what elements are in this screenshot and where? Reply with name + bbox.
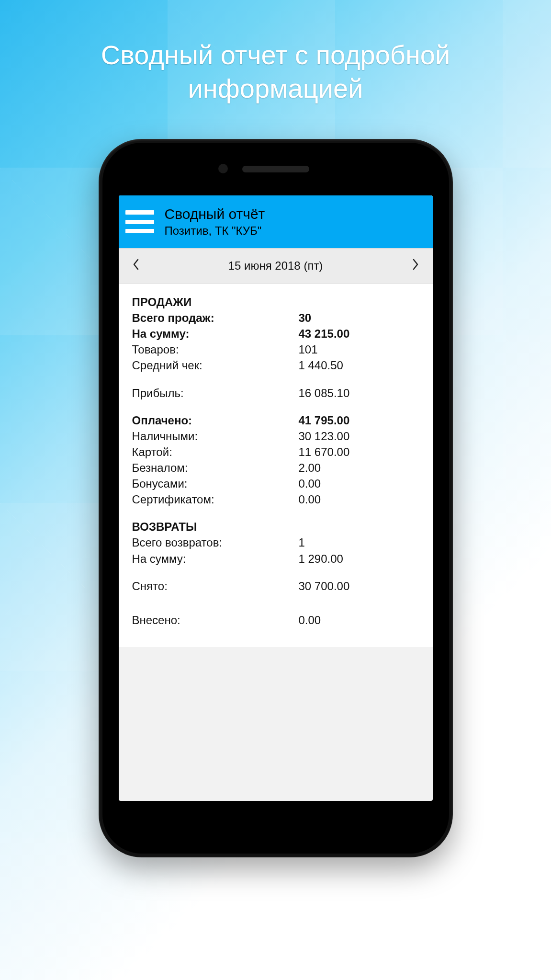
- returns-amount-label: На сумму:: [132, 551, 299, 567]
- total-sales-value: 30: [299, 310, 419, 326]
- phone-speaker: [242, 166, 309, 172]
- profit-label: Прибыль:: [132, 385, 299, 401]
- bonus-label: Бонусами:: [132, 476, 299, 491]
- card-value: 11 670.00: [299, 444, 419, 460]
- page-subtitle: Позитив, ТК "КУБ": [165, 224, 265, 238]
- appbar-titles: Сводный отчёт Позитив, ТК "КУБ": [165, 206, 265, 238]
- cert-value: 0.00: [299, 491, 419, 507]
- card-label: Картой:: [132, 444, 299, 460]
- cash-value: 30 123.00: [299, 428, 419, 444]
- sales-amount-value: 43 215.00: [299, 326, 419, 342]
- report-body: ПРОДАЖИ Всего продаж: 30 На сумму: 43 21…: [119, 284, 433, 647]
- paid-label: Оплачено:: [132, 412, 299, 428]
- current-date[interactable]: 15 июня 2018 (пт): [228, 259, 323, 273]
- bonus-value: 0.00: [299, 476, 419, 491]
- phone-camera: [218, 164, 228, 173]
- cert-label: Сертификатом:: [132, 491, 299, 507]
- promo-title-line1: Сводный отчет с подробной: [101, 40, 450, 70]
- app-screen: Сводный отчёт Позитив, ТК "КУБ" 15 июня …: [119, 195, 433, 801]
- page-title: Сводный отчёт: [165, 206, 265, 222]
- prev-day-button[interactable]: [126, 258, 146, 273]
- withdrawn-value: 30 700.00: [299, 578, 419, 594]
- wire-value: 2.00: [299, 460, 419, 476]
- returns-header: ВОЗВРАТЫ: [132, 519, 419, 535]
- profit-value: 16 085.10: [299, 385, 419, 401]
- wire-label: Безналом:: [132, 460, 299, 476]
- items-value: 101: [299, 342, 419, 357]
- avg-check-value: 1 440.50: [299, 357, 419, 373]
- sales-header: ПРОДАЖИ: [132, 294, 419, 310]
- avg-check-label: Средний чек:: [132, 357, 299, 373]
- next-day-button[interactable]: [406, 258, 425, 273]
- promo-title: Сводный отчет с подробной информацией: [0, 0, 551, 105]
- deposited-value: 0.00: [299, 612, 419, 628]
- withdrawn-label: Снято:: [132, 578, 299, 594]
- phone-frame: Сводный отчёт Позитив, ТК "КУБ" 15 июня …: [99, 139, 453, 857]
- menu-icon[interactable]: [125, 210, 154, 233]
- deposited-label: Внесено:: [132, 612, 299, 628]
- date-nav: 15 июня 2018 (пт): [119, 248, 433, 284]
- returns-total-value: 1: [299, 535, 419, 550]
- app-bar: Сводный отчёт Позитив, ТК "КУБ": [119, 195, 433, 248]
- items-label: Товаров:: [132, 342, 299, 357]
- total-sales-label: Всего продаж:: [132, 310, 299, 326]
- sales-amount-label: На сумму:: [132, 326, 299, 342]
- returns-total-label: Всего возвратов:: [132, 535, 299, 550]
- promo-title-line2: информацией: [188, 73, 363, 103]
- paid-value: 41 795.00: [299, 412, 419, 428]
- cash-label: Наличными:: [132, 428, 299, 444]
- returns-amount-value: 1 290.00: [299, 551, 419, 567]
